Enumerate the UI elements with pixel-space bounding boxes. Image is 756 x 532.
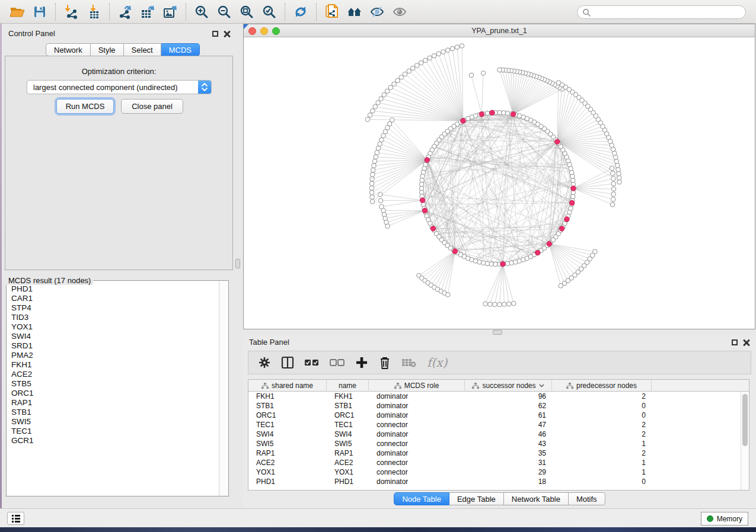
table-cell[interactable]: 0 xyxy=(552,477,652,486)
column-header-MCDS-role[interactable]: MCDS role xyxy=(369,380,465,392)
tab-select[interactable]: Select xyxy=(124,43,161,56)
table-row-PHD1[interactable]: PHD1PHD1dominator180 xyxy=(248,477,749,486)
table-cell[interactable]: 29 xyxy=(465,467,552,477)
table-cell[interactable]: connector xyxy=(369,467,465,477)
table-cell[interactable]: 0 xyxy=(552,401,652,411)
table-cell[interactable]: 1 xyxy=(552,439,652,448)
table-cell[interactable]: 62 xyxy=(465,401,552,411)
table-row-SWI5[interactable]: SWI5SWI5connector431 xyxy=(248,439,749,448)
network-window-titlebar[interactable]: YPA_prune.txt_1 xyxy=(244,24,755,37)
table-cell[interactable]: YOX1 xyxy=(327,467,369,477)
table-cell[interactable]: dominator xyxy=(369,392,465,401)
import-network-icon[interactable] xyxy=(60,2,82,22)
tab-edge-table[interactable]: Edge Table xyxy=(449,492,504,505)
tab-network[interactable]: Network xyxy=(46,43,91,56)
table-cell[interactable]: 18 xyxy=(465,477,552,486)
table-cell[interactable]: ORC1 xyxy=(248,411,327,420)
task-history-button[interactable] xyxy=(7,512,24,525)
mcds-node-item[interactable]: PMA2 xyxy=(11,351,218,360)
zoom-selected-icon[interactable] xyxy=(258,2,280,22)
hide-graphics-icon[interactable] xyxy=(366,2,388,22)
table-cell[interactable]: ACE2 xyxy=(327,458,369,467)
table-cell[interactable]: 61 xyxy=(465,411,552,420)
mcds-node-item[interactable]: RAP1 xyxy=(11,398,218,408)
apply-layout-icon[interactable] xyxy=(289,2,312,22)
column-header-shared-name[interactable]: shared name xyxy=(248,380,327,392)
add-column-icon[interactable] xyxy=(355,356,368,369)
table-cell[interactable]: 96 xyxy=(465,392,552,401)
column-header-name[interactable]: name xyxy=(327,380,369,392)
result-scrollbar[interactable] xyxy=(219,281,228,496)
deselect-all-icon[interactable] xyxy=(330,357,345,368)
table-cell[interactable]: RAP1 xyxy=(327,448,369,458)
columns-icon[interactable] xyxy=(281,356,294,369)
table-cell[interactable]: connector xyxy=(369,458,465,467)
table-cell[interactable]: ACE2 xyxy=(248,458,327,467)
search-input[interactable] xyxy=(591,8,741,17)
float-window-icon[interactable] xyxy=(732,339,738,345)
table-cell[interactable]: SWI4 xyxy=(248,430,327,439)
zoom-out-icon[interactable] xyxy=(213,2,235,22)
table-row-TEC1[interactable]: TEC1TEC1connector472 xyxy=(248,420,749,430)
column-header-successor-nodes[interactable]: successor nodes xyxy=(465,380,552,392)
mcds-node-item[interactable]: CAR1 xyxy=(11,294,218,303)
table-cell[interactable]: 2 xyxy=(552,430,652,439)
export-image-icon[interactable] xyxy=(159,2,181,22)
table-cell[interactable]: TEC1 xyxy=(248,420,327,430)
mcds-result-list[interactable]: PHD1CAR1STP4TID3YOX1SWI4SRD1PMA2FKH1ACE2… xyxy=(7,281,218,495)
table-cell[interactable]: 0 xyxy=(552,411,652,420)
delete-column-icon[interactable] xyxy=(378,355,391,370)
table-cell[interactable]: 35 xyxy=(465,448,552,458)
open-session-icon[interactable] xyxy=(6,2,28,22)
search-field[interactable] xyxy=(577,5,746,19)
table-cell[interactable]: SWI4 xyxy=(327,430,369,439)
zoom-in-icon[interactable] xyxy=(190,2,213,22)
table-cell[interactable]: RAP1 xyxy=(248,448,327,458)
table-cell[interactable]: TEC1 xyxy=(327,420,369,430)
mcds-node-item[interactable]: TEC1 xyxy=(11,427,218,436)
mcds-node-item[interactable]: STP4 xyxy=(11,303,218,313)
mcds-node-item[interactable]: ORC1 xyxy=(11,389,218,398)
mcds-node-item[interactable]: STB1 xyxy=(11,408,218,417)
table-cell[interactable]: dominator xyxy=(369,477,465,486)
gear-icon[interactable] xyxy=(258,356,271,369)
table-cell[interactable]: dominator xyxy=(369,448,465,458)
float-window-icon[interactable] xyxy=(212,31,218,37)
mcds-node-item[interactable]: SRD1 xyxy=(11,341,218,351)
table-cell[interactable]: SWI5 xyxy=(327,439,369,448)
table-cell[interactable]: STB1 xyxy=(327,401,369,411)
mcds-node-item[interactable]: SWI4 xyxy=(11,332,218,341)
mcds-node-item[interactable]: STB5 xyxy=(11,379,218,389)
save-session-icon[interactable] xyxy=(28,2,51,22)
zoom-fit-icon[interactable] xyxy=(235,2,258,22)
horizontal-split-handle[interactable] xyxy=(493,330,502,335)
export-network-icon[interactable] xyxy=(114,2,136,22)
mcds-node-item[interactable]: SWI5 xyxy=(11,417,218,427)
table-cell[interactable]: SWI5 xyxy=(248,439,327,448)
maximize-window-icon[interactable] xyxy=(272,27,280,35)
table-cell[interactable]: 1 xyxy=(552,458,652,467)
table-row-STB1[interactable]: STB1STB1dominator620 xyxy=(248,401,749,411)
table-cell[interactable]: connector xyxy=(369,420,465,430)
column-header-predecessor-nodes[interactable]: predecessor nodes xyxy=(552,380,652,392)
close-panel-icon[interactable] xyxy=(743,339,750,346)
tab-network-table[interactable]: Network Table xyxy=(504,492,569,505)
mcds-node-item[interactable]: ACE2 xyxy=(11,370,218,379)
run-mcds-button[interactable]: Run MCDS xyxy=(56,99,114,114)
table-row-ORC1[interactable]: ORC1ORC1dominator610 xyxy=(248,411,749,420)
export-table-icon[interactable] xyxy=(136,2,159,22)
table-cell[interactable]: ORC1 xyxy=(327,411,369,420)
table-cell[interactable]: PHD1 xyxy=(248,477,327,486)
table-cell[interactable]: YOX1 xyxy=(248,467,327,477)
table-cell[interactable]: FKH1 xyxy=(248,392,327,401)
table-row-SWI4[interactable]: SWI4SWI4dominator462 xyxy=(248,430,749,439)
tab-style[interactable]: Style xyxy=(91,43,124,56)
scrollbar-thumb[interactable] xyxy=(742,394,748,446)
table-cell[interactable]: dominator xyxy=(369,411,465,420)
import-table-icon[interactable] xyxy=(82,2,105,22)
tab-mcds[interactable]: MCDS xyxy=(161,43,200,56)
table-cell[interactable]: 31 xyxy=(465,458,552,467)
table-cell[interactable]: 43 xyxy=(465,439,552,448)
show-graphics-icon[interactable] xyxy=(388,2,411,22)
table-row-YOX1[interactable]: YOX1YOX1connector291 xyxy=(248,467,749,477)
